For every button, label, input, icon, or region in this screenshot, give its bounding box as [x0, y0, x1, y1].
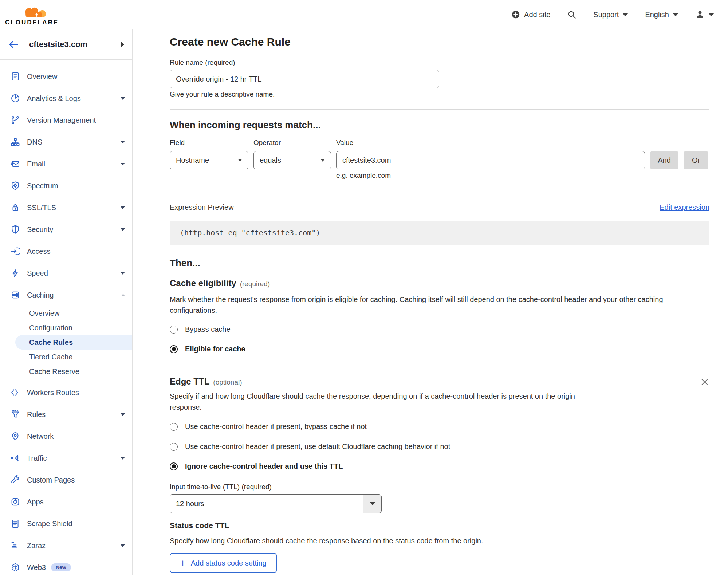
sidebar-subitem-tiered-cache[interactable]: Tiered Cache [0, 350, 132, 364]
wrench-icon [10, 475, 20, 485]
cloudflare-logo[interactable]: CLOUDFLARE [5, 3, 59, 26]
sidebar-item-workers-routes[interactable]: Workers Routes [0, 382, 132, 403]
chevron-down-icon [121, 272, 125, 275]
sidebar-item-label: Apps [27, 498, 44, 506]
chevron-down-icon [121, 206, 125, 209]
brand-wordmark: CLOUDFLARE [5, 19, 59, 26]
back-arrow-icon[interactable] [8, 39, 19, 50]
sidebar-item-scrape-shield[interactable]: Scrape Shield [0, 513, 132, 535]
hexagon-icon [10, 562, 20, 572]
rule-name-help: Give your rule a descriptive name. [170, 90, 709, 99]
value-input[interactable] [336, 151, 645, 169]
sidebar-item-web3[interactable]: Web3 New [0, 556, 132, 575]
sidebar-subitem-overview[interactable]: Overview [0, 306, 132, 320]
plus-circle-icon [511, 10, 520, 19]
edge-ttl-title: Edge TTL [170, 377, 209, 386]
funnel-icon [10, 409, 20, 420]
operator-select[interactable]: equals [253, 151, 331, 169]
ttl-select[interactable]: 12 hours [170, 494, 382, 513]
radio-label: Bypass cache [185, 325, 231, 334]
status-code-ttl-description: Specify how long Cloudflare should cache… [170, 536, 709, 546]
sidebar-item-analytics-logs[interactable]: Analytics & Logs [0, 87, 132, 109]
sidebar-subitem-configuration[interactable]: Configuration [0, 320, 132, 335]
site-switcher[interactable]: cftestsite3.com [0, 29, 132, 60]
support-menu[interactable]: Support [593, 11, 628, 19]
then-heading: Then... [170, 257, 709, 269]
radio-label: Ignore cache-control header and use this… [185, 462, 343, 470]
search-button[interactable] [567, 10, 577, 19]
chevron-right-icon [121, 42, 124, 47]
radio-unchecked[interactable] [170, 326, 178, 334]
sidebar-item-label: Custom Pages [27, 476, 75, 484]
chevron-down-icon [121, 163, 125, 165]
account-menu[interactable] [695, 10, 714, 19]
sidebar-item-label: Version Management [27, 116, 96, 125]
envelope-icon [10, 159, 20, 169]
add-status-code-button[interactable]: + Add status code setting [170, 553, 277, 573]
value-help: e.g. example.com [336, 171, 709, 180]
sidebar-subitem-cache-rules[interactable]: Cache Rules [15, 335, 132, 350]
cache-eligibility-heading: Cache eligibility(required) [170, 278, 709, 290]
language-menu[interactable]: English [645, 11, 678, 19]
sidebar-item-zaraz[interactable]: Zaraz [0, 535, 132, 556]
document-icon [10, 519, 20, 529]
sidebar-item-label: Overview [27, 72, 57, 81]
sidebar-item-speed[interactable]: Speed [0, 262, 132, 284]
radio-checked[interactable] [170, 345, 178, 353]
ttl-input-label: Input time-to-live (TTL) (required) [170, 483, 709, 491]
radio-unchecked[interactable] [170, 443, 178, 451]
sidebar-item-label: SSL/TLS [27, 204, 56, 212]
chevron-down-icon [121, 413, 125, 416]
add-site-button[interactable]: Add site [511, 10, 550, 19]
sidebar-item-custom-pages[interactable]: Custom Pages [0, 469, 132, 491]
sidebar-subitem-cache-reserve[interactable]: Cache Reserve [0, 364, 132, 379]
sidebar-item-label: Scrape Shield [27, 520, 72, 528]
close-icon[interactable] [700, 377, 709, 387]
field-select[interactable]: Hostname [170, 151, 248, 169]
sidebar-item-dns[interactable]: DNS [0, 131, 132, 153]
sidebar-item-access[interactable]: Access [0, 240, 132, 262]
main-content: Create new Cache Rule Rule name (require… [133, 29, 728, 575]
top-bar: CLOUDFLARE Add site Support [0, 0, 728, 29]
radio-checked[interactable] [170, 462, 178, 470]
shield-spark-icon [10, 181, 20, 191]
radio-unchecked[interactable] [170, 423, 178, 431]
rule-name-input[interactable] [170, 70, 439, 88]
bypass-cache-option[interactable]: Bypass cache [170, 325, 709, 334]
ttl-select-arrow[interactable] [363, 495, 381, 513]
sidebar-item-ssl-tls[interactable]: SSL/TLS [0, 197, 132, 218]
expression-preview-row: Expression Preview Edit expression [170, 203, 709, 212]
sidebar-item-label: Security [27, 225, 53, 234]
sidebar-item-spectrum[interactable]: Spectrum [0, 175, 132, 197]
chevron-down-icon [673, 13, 678, 16]
edge-ttl-option-bypass[interactable]: Use cache-control header if present, byp… [170, 422, 709, 431]
chevron-down-icon [121, 457, 125, 460]
git-branch-icon [10, 115, 20, 125]
sidebar-item-traffic[interactable]: Traffic [0, 447, 132, 469]
field-label: Field [170, 138, 248, 147]
sidebar-item-rules[interactable]: Rules [0, 403, 132, 425]
sidebar-item-network[interactable]: Network [0, 425, 132, 447]
match-controls-row: Hostname equals And Or [170, 151, 709, 169]
sidebar-item-overview[interactable]: Overview [0, 66, 132, 87]
sidebar-item-email[interactable]: Email [0, 153, 132, 175]
eligible-for-cache-option[interactable]: Eligible for cache [170, 345, 709, 353]
subitem-label: Cache Rules [29, 338, 73, 347]
site-name: cftestsite3.com [29, 40, 87, 49]
subitem-label: Cache Reserve [29, 367, 79, 376]
or-button[interactable]: Or [684, 151, 708, 169]
edge-ttl-option-default[interactable]: Use cache-control header if present, use… [170, 442, 709, 451]
sidebar-item-security[interactable]: Security [0, 218, 132, 240]
sidebar-item-version-management[interactable]: Version Management [0, 109, 132, 131]
edge-ttl-option-ignore[interactable]: Ignore cache-control header and use this… [170, 462, 709, 470]
sidebar-item-apps[interactable]: Apps [0, 491, 132, 513]
sidebar-item-label: Web3 [27, 563, 46, 572]
app-box-icon [10, 497, 20, 507]
and-button[interactable]: And [650, 151, 678, 169]
support-label: Support [593, 11, 619, 19]
chevron-down-icon [121, 228, 125, 231]
cloudflare-dashboard: CLOUDFLARE Add site Support [0, 0, 728, 575]
edit-expression-link[interactable]: Edit expression [660, 203, 709, 212]
sidebar-item-caching[interactable]: Caching [0, 284, 132, 306]
sidebar-item-label: Network [27, 432, 54, 441]
